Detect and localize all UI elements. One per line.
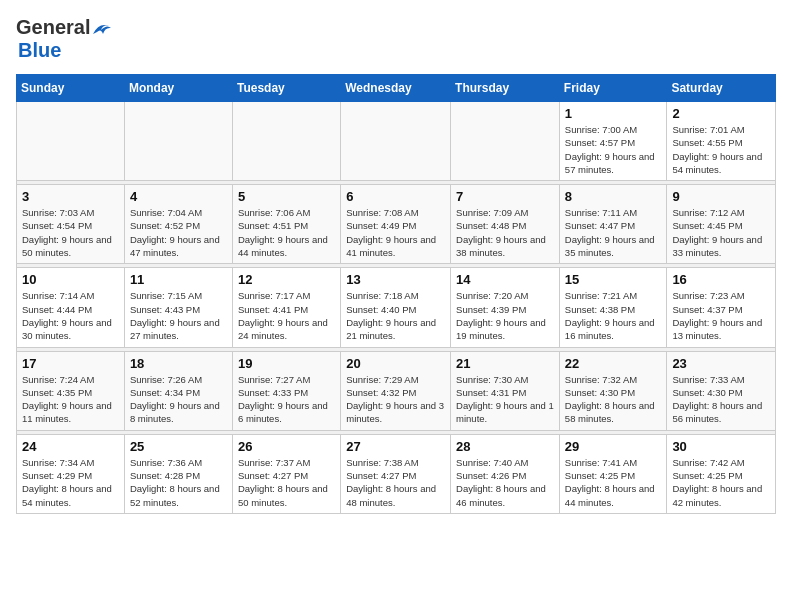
day-number: 7	[456, 189, 554, 204]
day-info: Sunrise: 7:03 AM Sunset: 4:54 PM Dayligh…	[22, 206, 119, 259]
day-info: Sunrise: 7:37 AM Sunset: 4:27 PM Dayligh…	[238, 456, 335, 509]
day-number: 13	[346, 272, 445, 287]
calendar-day	[232, 102, 340, 181]
calendar-table: SundayMondayTuesdayWednesdayThursdayFrid…	[16, 74, 776, 514]
calendar-day	[124, 102, 232, 181]
day-info: Sunrise: 7:06 AM Sunset: 4:51 PM Dayligh…	[238, 206, 335, 259]
calendar-day: 22Sunrise: 7:32 AM Sunset: 4:30 PM Dayli…	[559, 351, 667, 430]
col-header-thursday: Thursday	[451, 75, 560, 102]
day-info: Sunrise: 7:42 AM Sunset: 4:25 PM Dayligh…	[672, 456, 770, 509]
calendar-week-row: 1Sunrise: 7:00 AM Sunset: 4:57 PM Daylig…	[17, 102, 776, 181]
col-header-wednesday: Wednesday	[341, 75, 451, 102]
day-info: Sunrise: 7:38 AM Sunset: 4:27 PM Dayligh…	[346, 456, 445, 509]
day-number: 29	[565, 439, 662, 454]
day-number: 20	[346, 356, 445, 371]
calendar-week-row: 3Sunrise: 7:03 AM Sunset: 4:54 PM Daylig…	[17, 185, 776, 264]
day-info: Sunrise: 7:09 AM Sunset: 4:48 PM Dayligh…	[456, 206, 554, 259]
calendar-day	[341, 102, 451, 181]
day-info: Sunrise: 7:36 AM Sunset: 4:28 PM Dayligh…	[130, 456, 227, 509]
day-info: Sunrise: 7:20 AM Sunset: 4:39 PM Dayligh…	[456, 289, 554, 342]
logo: General Blue	[16, 16, 113, 62]
day-number: 19	[238, 356, 335, 371]
day-info: Sunrise: 7:24 AM Sunset: 4:35 PM Dayligh…	[22, 373, 119, 426]
day-info: Sunrise: 7:00 AM Sunset: 4:57 PM Dayligh…	[565, 123, 662, 176]
calendar-day: 4Sunrise: 7:04 AM Sunset: 4:52 PM Daylig…	[124, 185, 232, 264]
day-info: Sunrise: 7:41 AM Sunset: 4:25 PM Dayligh…	[565, 456, 662, 509]
day-info: Sunrise: 7:11 AM Sunset: 4:47 PM Dayligh…	[565, 206, 662, 259]
day-info: Sunrise: 7:17 AM Sunset: 4:41 PM Dayligh…	[238, 289, 335, 342]
day-info: Sunrise: 7:08 AM Sunset: 4:49 PM Dayligh…	[346, 206, 445, 259]
day-number: 9	[672, 189, 770, 204]
calendar-day: 23Sunrise: 7:33 AM Sunset: 4:30 PM Dayli…	[667, 351, 776, 430]
day-number: 21	[456, 356, 554, 371]
calendar-day: 26Sunrise: 7:37 AM Sunset: 4:27 PM Dayli…	[232, 434, 340, 513]
calendar-day: 1Sunrise: 7:00 AM Sunset: 4:57 PM Daylig…	[559, 102, 667, 181]
day-number: 28	[456, 439, 554, 454]
calendar-day: 2Sunrise: 7:01 AM Sunset: 4:55 PM Daylig…	[667, 102, 776, 181]
day-info: Sunrise: 7:21 AM Sunset: 4:38 PM Dayligh…	[565, 289, 662, 342]
logo-blue-text: Blue	[18, 39, 61, 61]
calendar-header-row: SundayMondayTuesdayWednesdayThursdayFrid…	[17, 75, 776, 102]
day-number: 16	[672, 272, 770, 287]
day-number: 24	[22, 439, 119, 454]
calendar-day: 12Sunrise: 7:17 AM Sunset: 4:41 PM Dayli…	[232, 268, 340, 347]
calendar-day: 13Sunrise: 7:18 AM Sunset: 4:40 PM Dayli…	[341, 268, 451, 347]
day-number: 12	[238, 272, 335, 287]
calendar-day: 29Sunrise: 7:41 AM Sunset: 4:25 PM Dayli…	[559, 434, 667, 513]
day-number: 27	[346, 439, 445, 454]
day-number: 15	[565, 272, 662, 287]
day-number: 10	[22, 272, 119, 287]
calendar-day: 10Sunrise: 7:14 AM Sunset: 4:44 PM Dayli…	[17, 268, 125, 347]
day-number: 11	[130, 272, 227, 287]
day-info: Sunrise: 7:33 AM Sunset: 4:30 PM Dayligh…	[672, 373, 770, 426]
day-info: Sunrise: 7:40 AM Sunset: 4:26 PM Dayligh…	[456, 456, 554, 509]
day-info: Sunrise: 7:15 AM Sunset: 4:43 PM Dayligh…	[130, 289, 227, 342]
day-number: 14	[456, 272, 554, 287]
day-info: Sunrise: 7:30 AM Sunset: 4:31 PM Dayligh…	[456, 373, 554, 426]
calendar-day: 6Sunrise: 7:08 AM Sunset: 4:49 PM Daylig…	[341, 185, 451, 264]
calendar-day: 8Sunrise: 7:11 AM Sunset: 4:47 PM Daylig…	[559, 185, 667, 264]
day-number: 4	[130, 189, 227, 204]
day-info: Sunrise: 7:29 AM Sunset: 4:32 PM Dayligh…	[346, 373, 445, 426]
day-info: Sunrise: 7:23 AM Sunset: 4:37 PM Dayligh…	[672, 289, 770, 342]
day-number: 25	[130, 439, 227, 454]
calendar-day	[17, 102, 125, 181]
day-info: Sunrise: 7:32 AM Sunset: 4:30 PM Dayligh…	[565, 373, 662, 426]
calendar-day: 30Sunrise: 7:42 AM Sunset: 4:25 PM Dayli…	[667, 434, 776, 513]
calendar-week-row: 10Sunrise: 7:14 AM Sunset: 4:44 PM Dayli…	[17, 268, 776, 347]
calendar-day: 3Sunrise: 7:03 AM Sunset: 4:54 PM Daylig…	[17, 185, 125, 264]
day-info: Sunrise: 7:01 AM Sunset: 4:55 PM Dayligh…	[672, 123, 770, 176]
day-number: 5	[238, 189, 335, 204]
calendar-day: 16Sunrise: 7:23 AM Sunset: 4:37 PM Dayli…	[667, 268, 776, 347]
calendar-day: 20Sunrise: 7:29 AM Sunset: 4:32 PM Dayli…	[341, 351, 451, 430]
calendar-day: 9Sunrise: 7:12 AM Sunset: 4:45 PM Daylig…	[667, 185, 776, 264]
day-info: Sunrise: 7:12 AM Sunset: 4:45 PM Dayligh…	[672, 206, 770, 259]
calendar-day: 7Sunrise: 7:09 AM Sunset: 4:48 PM Daylig…	[451, 185, 560, 264]
day-info: Sunrise: 7:04 AM Sunset: 4:52 PM Dayligh…	[130, 206, 227, 259]
day-number: 6	[346, 189, 445, 204]
day-info: Sunrise: 7:27 AM Sunset: 4:33 PM Dayligh…	[238, 373, 335, 426]
page-header: General Blue	[16, 16, 776, 62]
col-header-sunday: Sunday	[17, 75, 125, 102]
day-number: 26	[238, 439, 335, 454]
calendar-day: 25Sunrise: 7:36 AM Sunset: 4:28 PM Dayli…	[124, 434, 232, 513]
day-number: 30	[672, 439, 770, 454]
logo-bird-icon	[91, 20, 113, 38]
day-number: 8	[565, 189, 662, 204]
col-header-saturday: Saturday	[667, 75, 776, 102]
col-header-tuesday: Tuesday	[232, 75, 340, 102]
logo-text: General	[16, 16, 113, 39]
day-info: Sunrise: 7:18 AM Sunset: 4:40 PM Dayligh…	[346, 289, 445, 342]
calendar-day: 15Sunrise: 7:21 AM Sunset: 4:38 PM Dayli…	[559, 268, 667, 347]
day-number: 18	[130, 356, 227, 371]
calendar-day	[451, 102, 560, 181]
day-number: 17	[22, 356, 119, 371]
calendar-day: 21Sunrise: 7:30 AM Sunset: 4:31 PM Dayli…	[451, 351, 560, 430]
day-number: 1	[565, 106, 662, 121]
calendar-day: 11Sunrise: 7:15 AM Sunset: 4:43 PM Dayli…	[124, 268, 232, 347]
calendar-week-row: 17Sunrise: 7:24 AM Sunset: 4:35 PM Dayli…	[17, 351, 776, 430]
col-header-friday: Friday	[559, 75, 667, 102]
calendar-day: 27Sunrise: 7:38 AM Sunset: 4:27 PM Dayli…	[341, 434, 451, 513]
calendar-day: 24Sunrise: 7:34 AM Sunset: 4:29 PM Dayli…	[17, 434, 125, 513]
col-header-monday: Monday	[124, 75, 232, 102]
